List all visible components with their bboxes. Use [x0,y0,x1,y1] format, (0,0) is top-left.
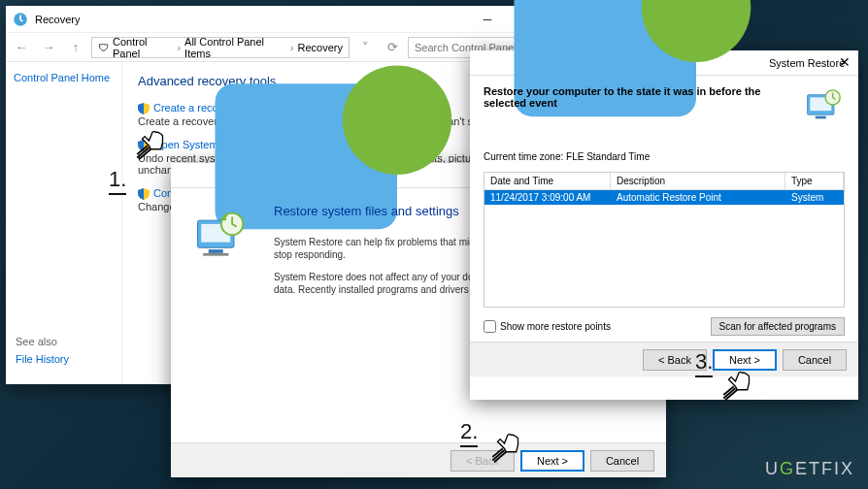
svg-point-2 [343,65,452,175]
see-also-label: See also [16,336,69,347]
svg-rect-6 [203,253,228,256]
wizard1-footer: < Back Next > Cancel [171,442,666,477]
wizard1-next-button[interactable]: Next > [520,450,584,472]
shield-icon [138,103,150,114]
shield-icon [138,140,150,151]
nav-up-button[interactable]: ↑ [64,36,87,59]
wizard2-title: System Restore [769,57,845,69]
wizard2-heading: Restore your computer to the state it wa… [484,85,802,109]
wizard1-graphic [171,188,268,442]
shield-icon [138,188,150,200]
wizard2-next-button[interactable]: Next > [713,349,777,371]
scan-affected-programs-button[interactable]: Scan for affected programs [711,317,845,336]
wizard1-back-button: < Back [451,450,515,472]
annotation-2: 2. [460,419,478,447]
svg-rect-13 [816,116,826,119]
row-type: System [785,190,844,205]
system-restore-wizard-2: System Restore ✕ Restore your computer t… [470,50,858,400]
breadcrumb-icon: 🛡 [98,42,109,53]
see-also-section: See also File History [16,336,69,365]
wizard2-footer: < Back Next > Cancel [470,342,858,376]
control-panel-home-link[interactable]: Control Panel Home [14,72,114,83]
wizard1-cancel-button[interactable]: Cancel [590,450,654,472]
system-restore-icon [802,85,845,128]
row-desc: Automatic Restore Point [611,190,785,205]
restore-points-table[interactable]: Date and Time Description Type 11/24/201… [484,172,845,308]
system-restore-icon [190,208,249,266]
col-description[interactable]: Description [611,173,785,189]
annotation-1: 1. [109,167,126,195]
col-type[interactable]: Type [785,173,844,189]
show-more-checkbox[interactable]: Show more restore points [484,320,611,333]
file-history-link[interactable]: File History [16,353,69,365]
wizard2-titlebar: System Restore ✕ [470,50,858,76]
row-date: 11/24/2017 3:09:00 AM [484,190,611,205]
sidebar: Control Panel Home See also File History [6,62,122,384]
table-row[interactable]: 11/24/2017 3:09:00 AM Automatic Restore … [484,190,844,205]
recovery-title: Recovery [35,14,468,25]
svg-rect-5 [209,249,223,253]
crumb-0[interactable]: Control Panel [113,36,173,59]
show-more-restore-points-checkbox[interactable] [484,320,496,333]
recovery-icon [12,11,29,28]
wizard2-close-button[interactable]: ✕ [839,54,851,70]
annotation-3: 3. [695,349,713,377]
nav-back-button[interactable]: ← [10,36,33,59]
watermark: UGETFIX [765,459,854,479]
wizard2-cancel-button[interactable]: Cancel [783,349,847,371]
table-header: Date and Time Description Type [484,173,844,190]
col-date[interactable]: Date and Time [484,173,611,189]
nav-forward-button[interactable]: → [37,36,60,59]
